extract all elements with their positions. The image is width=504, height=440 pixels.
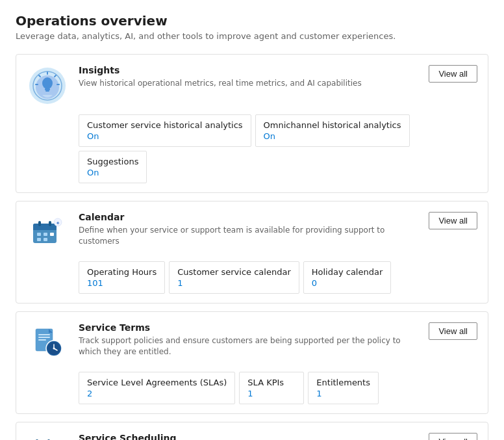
service-scheduling-view-all-button[interactable]: View all (429, 433, 477, 440)
item-label: Suggestions (87, 157, 138, 166)
page-header: Operations overview Leverage data, analy… (16, 13, 488, 41)
item-value: 2 (87, 389, 227, 398)
service-terms-view-all-button[interactable]: View all (429, 322, 477, 340)
list-item[interactable]: Suggestions On (79, 151, 147, 183)
calendar-action: View all (429, 212, 477, 229)
list-item[interactable]: Customer service historical analytics On (79, 114, 251, 147)
list-item[interactable]: Holiday calendar 0 (303, 261, 392, 294)
calendar-header: ✦ Calendar Define when your service or s… (16, 201, 488, 261)
insights-items: Customer service historical analytics On… (16, 114, 488, 192)
service-terms-action: View all (429, 322, 477, 340)
insights-title: Insights (79, 65, 418, 75)
page-subtitle: Leverage data, analytics, AI, and other … (16, 31, 488, 41)
page-title: Operations overview (16, 13, 488, 29)
service-scheduling-title: Service Scheduling (79, 433, 418, 440)
service-terms-icon-container (27, 322, 68, 364)
item-value: 1 (247, 389, 296, 398)
svg-line-8 (55, 75, 56, 77)
insights-action: View all (429, 65, 477, 83)
item-label: SLA KPIs (247, 378, 296, 387)
svg-rect-13 (33, 227, 57, 230)
service-scheduling-icon (29, 435, 66, 440)
insights-header: Insights View historical operational met… (16, 55, 488, 114)
calendar-items: Operating Hours 101 Customer service cal… (16, 261, 488, 303)
svg-rect-16 (50, 233, 54, 236)
service-terms-items: Service Level Agreements (SLAs) 2 SLA KP… (16, 372, 488, 413)
calendar-desc: Define when your service or support team… (79, 225, 418, 247)
service-terms-info: Service Terms Track support policies and… (79, 322, 418, 357)
svg-rect-4 (45, 88, 50, 90)
service-terms-icon (29, 325, 66, 361)
service-scheduling-icon-container (27, 433, 68, 440)
service-scheduling-header: Service Scheduling Plan and schedule ser… (16, 422, 488, 440)
svg-rect-25 (38, 334, 50, 335)
service-scheduling-info: Service Scheduling Plan and schedule ser… (79, 433, 418, 440)
service-terms-section: Service Terms Track support policies and… (16, 311, 488, 414)
insights-info: Insights View historical operational met… (79, 65, 418, 89)
item-value: On (264, 131, 401, 141)
svg-rect-20 (49, 221, 51, 226)
svg-point-3 (42, 77, 53, 89)
calendar-view-all-button[interactable]: View all (429, 212, 477, 229)
calendar-info: Calendar Define when your service or sup… (79, 212, 418, 247)
svg-rect-18 (44, 238, 47, 241)
insights-section: Insights View historical operational met… (16, 54, 488, 193)
list-item[interactable]: Service Level Agreements (SLAs) 2 (79, 372, 235, 404)
list-item[interactable]: Entitlements 1 (308, 372, 379, 404)
svg-point-32 (53, 348, 55, 350)
insights-icon (29, 68, 66, 104)
insights-view-all-button[interactable]: View all (429, 65, 477, 83)
svg-line-7 (39, 75, 40, 77)
list-item[interactable]: Operating Hours 101 (79, 261, 165, 294)
item-label: Customer service historical analytics (87, 120, 243, 130)
item-label: Entitlements (316, 378, 370, 387)
insights-icon-container (27, 65, 68, 107)
item-value: On (87, 131, 243, 141)
item-value: 101 (87, 278, 157, 288)
item-label: Operating Hours (87, 267, 157, 277)
service-scheduling-section: Service Scheduling Plan and schedule ser… (16, 422, 488, 440)
list-item[interactable]: Customer service calendar 1 (169, 261, 299, 294)
insights-desc: View historical operational metrics, rea… (79, 78, 418, 89)
item-label: Holiday calendar (312, 267, 383, 277)
item-label: Customer service calendar (177, 267, 291, 277)
item-label: Service Level Agreements (SLAs) (87, 378, 227, 387)
item-label: Omnichannel historical analytics (264, 120, 401, 130)
svg-rect-17 (37, 238, 41, 241)
svg-rect-14 (37, 233, 41, 236)
svg-rect-26 (38, 337, 50, 338)
svg-rect-19 (38, 221, 41, 226)
item-value: 1 (177, 278, 291, 288)
service-terms-desc: Track support policies and ensure custom… (79, 335, 418, 357)
page-container: Operations overview Leverage data, analy… (0, 0, 504, 440)
calendar-section: ✦ Calendar Define when your service or s… (16, 201, 488, 304)
calendar-title: Calendar (79, 212, 418, 222)
item-value: On (87, 168, 138, 177)
svg-rect-27 (38, 339, 46, 341)
service-terms-header: Service Terms Track support policies and… (16, 312, 488, 372)
item-value: 1 (316, 389, 370, 398)
item-value: 0 (312, 278, 383, 288)
svg-rect-15 (44, 233, 47, 236)
calendar-icon: ✦ (29, 214, 66, 251)
svg-text:✦: ✦ (56, 220, 60, 226)
svg-rect-5 (45, 90, 49, 92)
calendar-icon-container: ✦ (27, 212, 68, 253)
list-item[interactable]: Omnichannel historical analytics On (255, 114, 410, 147)
list-item[interactable]: SLA KPIs 1 (239, 372, 304, 404)
service-scheduling-action: View all (429, 433, 477, 440)
service-terms-title: Service Terms (79, 322, 418, 333)
